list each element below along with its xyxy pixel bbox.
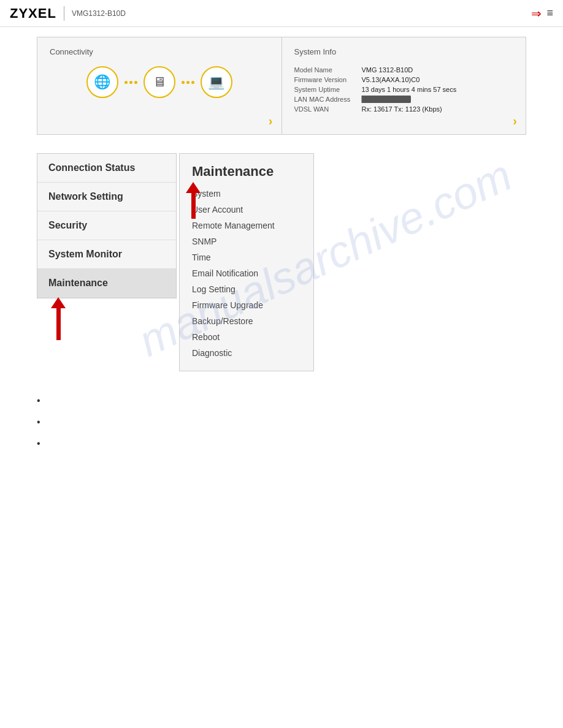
menu-icon[interactable]: ≡ <box>546 7 553 20</box>
bullet-list: • • • <box>37 390 526 455</box>
bullet-3: • <box>37 433 526 454</box>
logo: ZYXEL <box>10 6 56 21</box>
sidebar-item-security[interactable]: Security <box>37 211 176 240</box>
sidebar-item-connection-status[interactable]: Connection Status <box>37 154 176 183</box>
label-firmware: Firmware Version <box>294 76 362 83</box>
label-uptime: System Uptime <box>294 86 362 93</box>
header-divider <box>64 6 64 21</box>
connector-dot-2 <box>182 81 194 84</box>
globe-icon: 🌐 <box>86 66 118 98</box>
maintenance-item-snmp[interactable]: SNMP <box>192 233 301 249</box>
maintenance-item-time[interactable]: Time <box>192 249 301 265</box>
maintenance-item-firmware-upgrade[interactable]: Firmware Upgrade <box>192 297 301 313</box>
maintenance-item-diagnostic[interactable]: Diagnostic <box>192 345 301 361</box>
maintenance-dropdown: Maintenance System User Account Remote M… <box>179 153 314 371</box>
label-vdsl: VDSL WAN <box>294 105 362 113</box>
sidebar-item-maintenance[interactable]: Maintenance <box>37 269 176 298</box>
system-info-table: Model Name VMG 1312-B10D Firmware Versio… <box>294 66 514 113</box>
header: ZYXEL VMG1312-B10D ⇒ ≡ <box>0 0 563 27</box>
table-row: System Uptime 13 days 1 hours 4 mins 57 … <box>294 86 514 93</box>
maintenance-item-email-notification[interactable]: Email Notification <box>192 265 301 281</box>
connectivity-icons: 🌐 🖥 💻 <box>50 66 269 98</box>
maintenance-item-backup-restore[interactable]: Backup/Restore <box>192 313 301 329</box>
table-row: Model Name VMG 1312-B10D <box>294 66 514 74</box>
label-mac: LAN MAC Address <box>294 96 362 103</box>
value-model: VMG 1312-B10D <box>362 66 413 74</box>
sidebar-item-network-setting[interactable]: Network Setting <box>37 183 176 211</box>
dashboard-panel: Connectivity 🌐 🖥 💻 › System Info Model N… <box>37 37 526 135</box>
connector-dot-1 <box>124 81 137 84</box>
value-uptime: 13 days 1 hours 4 mins 57 secs <box>362 86 457 93</box>
model-name: VMG1312-B10D <box>72 9 126 18</box>
arrow-icon[interactable]: ⇒ <box>531 6 542 21</box>
value-vdsl: Rx: 13617 Tx: 1123 (Kbps) <box>362 105 442 113</box>
maintenance-item-reboot[interactable]: Reboot <box>192 329 301 345</box>
system-info-title: System Info <box>294 47 514 56</box>
header-icons: ⇒ ≡ <box>531 6 553 21</box>
bullet-2: • <box>37 411 526 433</box>
maintenance-item-user-account[interactable]: User Account <box>192 202 301 218</box>
maintenance-item-remote-management[interactable]: Remote Management <box>192 218 301 233</box>
table-row: VDSL WAN Rx: 13617 Tx: 1123 (Kbps) <box>294 105 514 113</box>
sidebar-item-system-monitor[interactable]: System Monitor <box>37 240 176 269</box>
maintenance-item-log-setting[interactable]: Log Setting <box>192 281 301 297</box>
value-mac: ██████████ <box>362 96 412 103</box>
table-row: Firmware Version V5.13(AAXA.10)C0 <box>294 76 514 83</box>
value-firmware: V5.13(AAXA.10)C0 <box>362 76 420 83</box>
connectivity-next-arrow[interactable]: › <box>269 114 273 128</box>
maintenance-panel-title: Maintenance <box>192 164 301 180</box>
device-icon: 💻 <box>201 66 232 98</box>
system-info-next-arrow[interactable]: › <box>513 114 517 128</box>
router-icon: 🖥 <box>144 66 175 98</box>
connectivity-panel: Connectivity 🌐 🖥 💻 › <box>37 37 282 134</box>
bullet-1: • <box>37 390 526 411</box>
table-row: LAN MAC Address ██████████ <box>294 96 514 103</box>
connectivity-title: Connectivity <box>50 47 269 56</box>
sidebar: Connection Status Network Setting Securi… <box>37 153 177 298</box>
system-info-panel: System Info Model Name VMG 1312-B10D Fir… <box>282 37 526 134</box>
maintenance-item-system[interactable]: System <box>192 186 301 202</box>
label-model: Model Name <box>294 66 362 74</box>
